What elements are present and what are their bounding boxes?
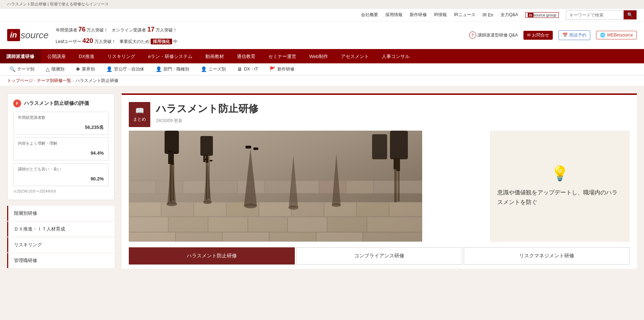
sub-nav-needs[interactable]: 👤 ニーズ別: [195, 63, 231, 75]
content-area: F ハラスメント防止研修の評価 年間総受講者数 56,235名 内容をよく理解・…: [0, 86, 644, 276]
nav-qa[interactable]: 全力Q&A: [501, 12, 518, 18]
sub-nav-theme[interactable]: 🔍 テーマ別: [4, 63, 40, 75]
logo[interactable]: in source: [7, 29, 49, 41]
nav-video[interactable]: 動画教材: [199, 50, 230, 63]
nav-dx[interactable]: DX推進: [72, 50, 101, 63]
nav-kouski[interactable]: 講師派遣研修: [0, 50, 41, 63]
tab-compliance[interactable]: コンプライアンス研修: [296, 247, 462, 265]
eval-footnote: ※2023年10月〜2024年9月: [13, 189, 108, 194]
breadcrumb-current: ハラスメント防止研修: [75, 78, 118, 84]
svg-rect-12: [208, 217, 248, 232]
svg-rect-17: [129, 232, 175, 242]
nav-elearning[interactable]: eラン・研修システム: [142, 50, 199, 63]
nav-kokai[interactable]: 公開講座: [41, 50, 72, 63]
eval-stat-value-2: 94.4%: [18, 146, 104, 157]
svg-rect-8: [357, 202, 389, 217]
search-input[interactable]: [566, 11, 624, 19]
eval-stat-trainees: 年間総受講者数 56,235名: [13, 112, 108, 135]
tab-harassment[interactable]: ハラスメント防止研修: [129, 247, 295, 265]
search-button[interactable]: 🔍: [624, 10, 636, 19]
svg-rect-58: [372, 134, 387, 159]
action-web-label: WEBinsource: [607, 33, 633, 38]
action-qa-link[interactable]: ? 講師派遣型研修 Q&A: [469, 31, 518, 39]
article-image: [129, 131, 422, 242]
nav-correspondence[interactable]: 通信教育: [230, 50, 262, 63]
svg-rect-49: [165, 131, 179, 154]
svg-rect-21: [316, 232, 363, 242]
f-icon: F: [13, 100, 21, 107]
article-date: 24/10/09 更新: [156, 118, 630, 124]
nav-reskilling[interactable]: リスキリング: [101, 50, 142, 63]
svg-rect-54: [203, 155, 205, 162]
breadcrumb-top[interactable]: トップページ: [7, 78, 33, 84]
sub-nav-government[interactable]: 👤 官公庁・自治体: [101, 63, 150, 75]
sidebar-link-1[interactable]: ＤＸ推進・ＩＴ人材育成: [7, 222, 114, 237]
svg-rect-19: [223, 232, 269, 242]
breadcrumb-sep-1: ›: [34, 79, 35, 83]
eval-stat-label-3: 講師がとても良い・良い: [18, 166, 104, 172]
sub-nav: 🔍 テーマ別 △ 階層別 ✚ 業界別 👤 官公庁・自治体 👤 部門・職種別 👤 …: [0, 63, 644, 76]
svg-rect-10: [129, 217, 168, 232]
svg-rect-5: [259, 202, 291, 217]
sub-nav-new-label: 新作研修: [277, 66, 294, 72]
action-contact-link[interactable]: ✉ お問合せ: [523, 31, 553, 40]
nav-web[interactable]: Web制作: [303, 50, 335, 63]
sidebar-link-3[interactable]: 管理職研修: [7, 253, 114, 268]
action-consult-link[interactable]: 📅 商談予約: [558, 30, 590, 40]
nav-company[interactable]: 会社概要: [361, 12, 378, 18]
nav-recruit[interactable]: 採用情報: [385, 12, 402, 18]
sub-nav-gov-label: 官公庁・自治体: [114, 66, 144, 72]
svg-rect-30: [319, 181, 346, 193]
monitor-icon: 🖥: [237, 66, 242, 72]
sub-nav-dept-label: 部門・職種別: [164, 66, 189, 72]
sidebar-link-2[interactable]: リスキリング: [7, 237, 114, 252]
nav-irnews[interactable]: IRニュース: [454, 12, 475, 18]
svg-rect-60: [172, 163, 174, 200]
search-icon: 🔍: [9, 66, 15, 72]
nav-hr-consult[interactable]: 人事コンサル: [375, 50, 416, 63]
sub-nav-new[interactable]: 🚩 新作研修: [264, 63, 300, 75]
side-panel-text: 意識や価値観をアップデートし、職場内のハラスメントを防ぐ: [497, 188, 623, 207]
breadcrumb-theme[interactable]: テーマ別研修一覧: [37, 78, 71, 84]
sub-nav-industry[interactable]: ✚ 業界別: [70, 63, 101, 75]
stat-online-unit: 万人突破！: [156, 28, 177, 33]
sidebar-evaluation: F ハラスメント防止研修の評価 年間総受講者数 56,235名 内容をよく理解・…: [7, 93, 114, 200]
stat-hiring: 採用強化: [151, 39, 172, 44]
nav-assessment[interactable]: アセスメント: [335, 50, 375, 63]
svg-rect-11: [169, 217, 208, 232]
browser-tab-bar: ハラスメント防止研修 | 現場で使える研修ならインソース: [0, 0, 644, 9]
svg-rect-2: [161, 202, 194, 217]
svg-rect-64: [397, 159, 400, 202]
sub-nav-level-label: 階層別: [52, 66, 64, 72]
nav-seminar[interactable]: セミナー運営: [262, 50, 303, 63]
nav-newtraining[interactable]: 新作研修: [410, 12, 427, 18]
svg-rect-61: [206, 155, 208, 200]
stat-leaf-pre: Leafユーザー: [56, 39, 81, 44]
calendar-icon: 📅: [562, 33, 568, 38]
nav-ir-en[interactable]: IR En: [483, 13, 493, 18]
svg-rect-47: [245, 146, 251, 149]
svg-rect-48: [253, 147, 258, 150]
nav-ir[interactable]: IR情報: [434, 12, 447, 18]
sub-nav-level[interactable]: △ 階層別: [40, 63, 70, 75]
sub-nav-needs-label: ニーズ別: [209, 66, 226, 72]
article-header: 📖 まとめ ハラスメント防止研修 24/10/09 更新: [122, 95, 637, 131]
sub-nav-dept[interactable]: 👤 部門・職種別: [150, 63, 195, 75]
svg-rect-16: [367, 217, 422, 232]
sub-nav-theme-label: テーマ別: [17, 66, 34, 72]
tab-risk[interactable]: リスクマネジメント研修: [464, 247, 630, 265]
insource-group-logo[interactable]: insource group: [525, 12, 559, 18]
article-side-panel: 💡 意識や価値観をアップデートし、職場内のハラスメントを防ぐ: [490, 131, 630, 242]
action-web-link[interactable]: 🌐 WEBinsource: [596, 31, 637, 39]
svg-rect-46: [210, 160, 213, 161]
matome-label: まとめ: [133, 116, 146, 122]
svg-rect-23: [129, 181, 156, 193]
globe-icon: 🌐: [600, 33, 605, 38]
sidebar-eval-title: F ハラスメント防止研修の評価: [13, 100, 108, 107]
eval-stat-label-1: 年間総受講者数: [18, 115, 104, 120]
header-main: in source 年間受講者 76 万人突破！ オンライン受講者 17 万人突…: [0, 21, 644, 50]
sub-nav-dxit[interactable]: 🖥 DX・IT: [231, 63, 264, 75]
eval-stat-label-2: 内容をよく理解・理解: [18, 141, 104, 146]
sidebar-link-0[interactable]: 階層別研修: [7, 206, 114, 221]
action-contact-label: お問合せ: [532, 32, 549, 38]
